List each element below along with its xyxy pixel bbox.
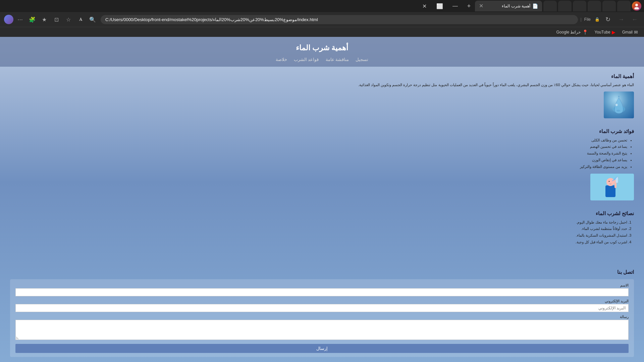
bookmark-youtube[interactable]: ▶ YouTube xyxy=(593,29,618,36)
importance-section: أهمية الماء الماء هو عنصر أساسي لحياتنا،… xyxy=(10,73,634,118)
svg-rect-8 xyxy=(605,185,615,197)
importance-title: أهمية الماء xyxy=(10,73,634,79)
read-aloud-icon[interactable]: 𝐀 xyxy=(75,14,86,25)
tip-item-2: حدد أوقاتاً منتظمة لشرب الماء. xyxy=(10,226,627,232)
email-input[interactable] xyxy=(15,304,629,312)
name-input[interactable] xyxy=(15,288,629,296)
nav-link-discussion[interactable]: مناقشة عامة xyxy=(326,57,349,62)
tab-empty-2[interactable] xyxy=(602,1,616,11)
svg-point-9 xyxy=(606,178,614,186)
refresh-button[interactable]: ↻ xyxy=(602,14,613,25)
contact-section: اتصل بنا الاسم البريد الإلكتروني رسالة إ… xyxy=(0,262,644,362)
bookmarks-bar: ✉ Gmail ▶ YouTube 📍 خرائط Google xyxy=(0,27,644,37)
benefits-title: فوائد شرب الماء xyxy=(10,128,634,134)
extensions-icon[interactable]: 🧩 xyxy=(27,14,38,25)
security-icon: 🔒 xyxy=(595,17,600,22)
url-separator: | xyxy=(581,17,582,22)
tab-active[interactable]: 📄 أهمية شرب الماء ✕ xyxy=(475,1,542,11)
nav-link-summary[interactable]: خلاصة xyxy=(276,57,287,62)
benefits-section: فوائد شرب الماء تحسن من وظائف الكلى يساع… xyxy=(10,128,634,200)
tips-title: نصائح لشرب الماء xyxy=(10,210,634,217)
maps-label: خرائط Google xyxy=(556,30,581,35)
new-tab-button[interactable]: + xyxy=(464,1,474,11)
maximize-button[interactable]: ⬜ xyxy=(432,0,447,12)
site-header: أهمية شرب الماء تسجيل مناقشة عامة قواعد … xyxy=(0,37,644,67)
svg-point-5 xyxy=(615,104,618,106)
svg-point-1 xyxy=(635,4,638,6)
tab-close-button[interactable]: ✕ xyxy=(479,3,483,9)
benefit-item-4: يساعد في إنقاص الوزن xyxy=(10,157,627,164)
tips-section: نصائح لشرب الماء احمل زجاجة ماء معك طوال… xyxy=(10,210,634,246)
back-button[interactable]: ← xyxy=(629,14,640,25)
message-label: رسالة xyxy=(15,315,629,319)
address-bar: ← → ↻ 🔒 File | 🔍 𝐀 ☆ ⊡ ★ 🧩 ⋯ xyxy=(0,12,644,27)
tab-empty-6[interactable] xyxy=(543,1,557,11)
url-input[interactable] xyxy=(101,15,578,24)
message-textarea[interactable] xyxy=(15,320,629,340)
tab-label: أهمية شرب الماء xyxy=(485,4,530,8)
tip-item-4: اشرب كوب من الماء قبل كل وجبة. xyxy=(10,239,627,246)
tab-bar: 📄 أهمية شرب الماء ✕ + — ⬜ ✕ xyxy=(0,0,644,12)
gmail-label: Gmail xyxy=(622,30,633,35)
favorites-icon[interactable]: ★ xyxy=(39,14,50,25)
youtube-label: YouTube xyxy=(595,30,610,35)
man-drinking-image xyxy=(590,174,634,200)
site-nav: تسجيل مناقشة عامة قواعد الشرب خلاصة xyxy=(0,56,644,63)
close-button[interactable]: ✕ xyxy=(417,0,432,12)
nav-link-rules[interactable]: قواعد الشرب xyxy=(294,57,319,62)
tab-empty-4[interactable] xyxy=(573,1,586,11)
favorites-star-icon[interactable]: ☆ xyxy=(63,14,74,25)
bookmark-gmail[interactable]: ✉ Gmail xyxy=(620,29,640,36)
profile-icon[interactable] xyxy=(632,1,641,11)
contact-title: اتصل بنا xyxy=(10,269,634,275)
gmail-icon: ✉ xyxy=(634,29,638,35)
benefit-item-5: يزيد من مستوى الطاقة والتركيز xyxy=(10,164,627,170)
contact-form: الاسم البريد الإلكتروني رسالة إرسال xyxy=(10,279,634,357)
split-view-icon[interactable]: ⊡ xyxy=(51,14,62,25)
maps-icon: 📍 xyxy=(582,29,588,35)
water-drop-image xyxy=(604,92,634,118)
benefit-item-2: يساعد في تحسين الهضم xyxy=(10,143,627,150)
benefits-list: تحسن من وظائف الكلى يساعد في تحسين الهضم… xyxy=(10,137,634,170)
user-profile-button[interactable] xyxy=(4,15,13,24)
browser-window: 📄 أهمية شرب الماء ✕ + — ⬜ ✕ ← → ↻ 🔒 File… xyxy=(0,0,644,37)
benefit-item-1: تحسن من وظائف الكلى xyxy=(10,137,627,144)
forward-button[interactable]: → xyxy=(616,14,627,25)
main-content: أهمية الماء الماء هو عنصر أساسي لحياتنا،… xyxy=(0,67,644,262)
tab-empty-5[interactable] xyxy=(558,1,572,11)
tip-item-1: احمل زجاجة ماء معك طوال اليوم. xyxy=(10,219,627,226)
importance-text: الماء هو عنصر أساسي لحياتنا، حيث يشكل حو… xyxy=(10,82,634,88)
window-controls: — ⬜ ✕ xyxy=(417,0,463,12)
file-label: File xyxy=(584,17,591,22)
youtube-icon: ▶ xyxy=(612,29,615,35)
tab-favicon: 📄 xyxy=(532,3,538,9)
submit-button[interactable]: إرسال xyxy=(15,344,629,353)
tip-item-3: استبدل المشروبات السكرية بالماء. xyxy=(10,232,627,239)
svg-point-6 xyxy=(616,110,620,111)
tab-empty-1[interactable] xyxy=(617,1,631,11)
svg-point-2 xyxy=(634,7,639,9)
search-icon[interactable]: 🔍 xyxy=(87,14,98,25)
toolbar-icons: 🔍 𝐀 ☆ ⊡ ★ 🧩 ⋯ xyxy=(4,14,98,25)
benefit-item-3: يتيح الشرة والصحة والسمة xyxy=(10,150,627,157)
minimize-button[interactable]: — xyxy=(447,0,463,12)
svg-point-12 xyxy=(609,181,610,182)
tab-empty-3[interactable] xyxy=(588,1,601,11)
page-wrapper: أهمية شرب الماء تسجيل مناقشة عامة قواعد … xyxy=(0,37,644,362)
bookmark-maps[interactable]: 📍 خرائط Google xyxy=(554,29,590,36)
nav-link-register[interactable]: تسجيل xyxy=(356,57,368,62)
name-label: الاسم xyxy=(15,283,629,288)
more-options-icon[interactable]: ⋯ xyxy=(15,14,25,25)
site-title: أهمية شرب الماء xyxy=(0,44,644,52)
email-label: البريد الإلكتروني xyxy=(15,299,629,303)
tips-list: احمل زجاجة ماء معك طوال اليوم. حدد أوقات… xyxy=(10,219,634,246)
